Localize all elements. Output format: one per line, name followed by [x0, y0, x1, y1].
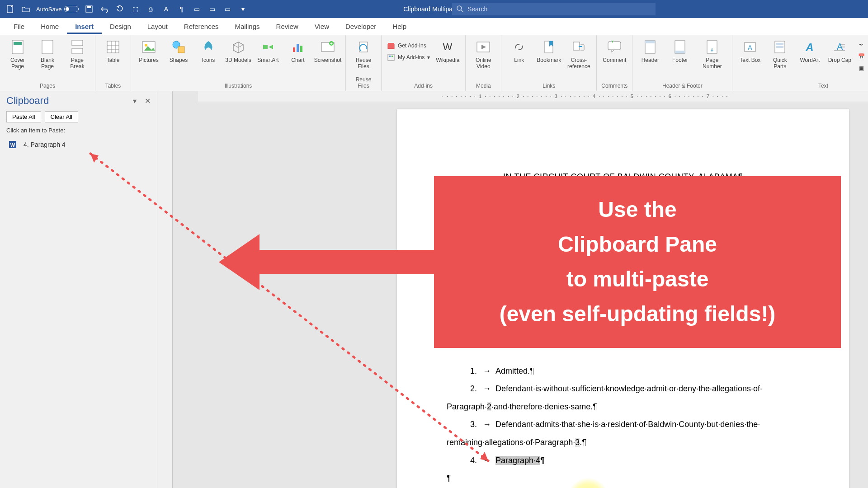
svg-text:+: +: [330, 41, 333, 46]
tab-layout[interactable]: Layout: [139, 19, 176, 34]
svg-rect-8: [72, 40, 83, 46]
clear-all-button[interactable]: Clear All: [45, 111, 78, 122]
drop-cap-button[interactable]: ADrop Cap: [826, 37, 854, 65]
tab-design[interactable]: Design: [102, 19, 139, 34]
svg-rect-2: [87, 6, 91, 8]
open-icon[interactable]: [21, 4, 31, 14]
signature-icon: ✒: [857, 41, 865, 49]
date-icon: 📅: [857, 52, 865, 61]
shapes-button[interactable]: Shapes: [165, 37, 193, 65]
svg-rect-42: [675, 51, 685, 53]
tab-references[interactable]: References: [176, 19, 227, 34]
search-input[interactable]: [467, 5, 651, 13]
qat-icon-7[interactable]: ▭: [222, 4, 232, 14]
list-item-2-cont: Paragraph·2·and·therefore·denies·same.: [447, 398, 799, 416]
vertical-ruler[interactable]: [157, 91, 173, 488]
svg-rect-31: [392, 56, 393, 57]
wikipedia-button[interactable]: WWikipedia: [434, 37, 462, 65]
signature-line-button[interactable]: ✒Signature Line ▾: [855, 40, 868, 50]
svg-rect-30: [389, 56, 391, 57]
qat-icon-3[interactable]: A: [161, 4, 171, 14]
qat-icon-4[interactable]: ¶: [176, 4, 186, 14]
cross-reference-button[interactable]: Cross-reference: [565, 37, 593, 71]
list-item-3-cont: remaining·allegations·of·Paragraph·3.: [447, 434, 799, 452]
date-time-button[interactable]: 📅Date & Time: [855, 52, 868, 61]
group-label-illustrations: Illustrations: [135, 83, 342, 90]
quick-parts-button[interactable]: Quick Parts: [766, 37, 794, 71]
tab-developer[interactable]: Developer: [337, 19, 384, 34]
get-addins-button[interactable]: Get Add-ins: [385, 41, 432, 51]
tab-view[interactable]: View: [307, 19, 337, 34]
clipboard-options-icon[interactable]: ▾: [133, 97, 137, 105]
svg-text:W: W: [10, 142, 15, 148]
icons-button[interactable]: Icons: [194, 37, 222, 65]
qat-icon-1[interactable]: ⬚: [130, 4, 140, 14]
new-doc-icon[interactable]: [5, 4, 15, 14]
page-number-button[interactable]: #Page Number: [696, 37, 728, 71]
ribbon-group-addins: Get Add-ins My Add-ins ▾ WWikipedia Add-…: [382, 35, 466, 91]
undo-icon[interactable]: [99, 4, 109, 14]
svg-rect-28: [388, 43, 394, 45]
smartart-button[interactable]: SmartArt: [254, 37, 282, 65]
tab-help[interactable]: Help: [384, 19, 415, 34]
table-icon: [105, 39, 121, 55]
my-addins-button[interactable]: My Add-ins ▾: [385, 52, 432, 62]
qat-more-icon[interactable]: ▾: [238, 4, 248, 14]
redo-icon[interactable]: [115, 4, 125, 14]
autosave-toggle[interactable]: AutoSave: [36, 6, 79, 13]
list-item-3: 3.→ Defendant·admits·that·she·is·a·resid…: [470, 416, 799, 434]
qat-icon-5[interactable]: ▭: [192, 4, 202, 14]
quickparts-icon: [772, 39, 788, 55]
svg-rect-19: [263, 45, 268, 49]
cover-page-button[interactable]: Cover Page: [4, 37, 32, 71]
tab-insert[interactable]: Insert: [67, 19, 102, 34]
tab-home[interactable]: Home: [33, 19, 67, 34]
wordart-button[interactable]: AWordArt: [796, 37, 824, 65]
text-box-button[interactable]: AText Box: [736, 37, 764, 65]
svg-rect-27: [388, 44, 394, 49]
reuse-files-button[interactable]: Reuse Files: [349, 37, 377, 71]
pictures-button[interactable]: Pictures: [135, 37, 163, 65]
online-video-button[interactable]: Online Video: [469, 37, 497, 71]
group-label-headerfooter: Header & Footer: [636, 83, 728, 90]
paste-all-button[interactable]: Paste All: [6, 111, 41, 122]
annotation-callout: Use the Clipboard Pane to multi-paste (e…: [434, 176, 841, 348]
clipboard-title: Clipboard: [6, 95, 49, 107]
tab-mailings[interactable]: Mailings: [227, 19, 268, 34]
bookmark-button[interactable]: Bookmark: [535, 37, 563, 65]
cube-icon: [230, 39, 246, 55]
page-break-button[interactable]: Page Break: [63, 37, 91, 71]
autosave-label: AutoSave: [36, 6, 61, 13]
footer-button[interactable]: Footer: [666, 37, 694, 65]
qat-icon-6[interactable]: ▭: [207, 4, 217, 14]
search-icon: [457, 5, 464, 13]
chart-button[interactable]: Chart: [284, 37, 312, 65]
xref-icon: [571, 39, 587, 55]
screenshot-button[interactable]: +Screenshot: [314, 37, 342, 65]
object-button[interactable]: ▣Object ▾: [855, 63, 868, 73]
page-break-icon: [69, 39, 85, 55]
svg-rect-29: [388, 54, 394, 61]
blank-page-button[interactable]: Blank Page: [33, 37, 61, 71]
save-icon[interactable]: [84, 4, 94, 14]
object-icon: ▣: [857, 64, 865, 72]
3d-models-button[interactable]: 3D Models: [224, 37, 252, 65]
shapes-icon: [170, 39, 187, 55]
tab-review[interactable]: Review: [268, 19, 307, 34]
screenshot-icon: +: [320, 39, 336, 55]
table-button[interactable]: Table: [99, 37, 127, 65]
link-button[interactable]: Link: [505, 37, 533, 65]
horizontal-ruler[interactable]: · · · · · · · · 1 · · · · · · · 2 · · · …: [198, 91, 868, 102]
header-button[interactable]: Header: [636, 37, 664, 65]
tab-file[interactable]: File: [5, 19, 33, 34]
dropcap-icon: A: [831, 39, 848, 55]
qat-icon-2[interactable]: ⎙: [146, 4, 156, 14]
header-icon: [642, 39, 658, 55]
group-label-reuse: Reuse Files: [349, 76, 377, 90]
comment-button[interactable]: Comment: [600, 37, 628, 65]
search-box[interactable]: [452, 3, 656, 15]
clipboard-close-icon[interactable]: ✕: [145, 97, 151, 105]
clipboard-item[interactable]: W 4. Paragraph 4: [6, 137, 151, 152]
annotation-arrow: [250, 250, 436, 274]
word-doc-icon: W: [8, 140, 17, 149]
